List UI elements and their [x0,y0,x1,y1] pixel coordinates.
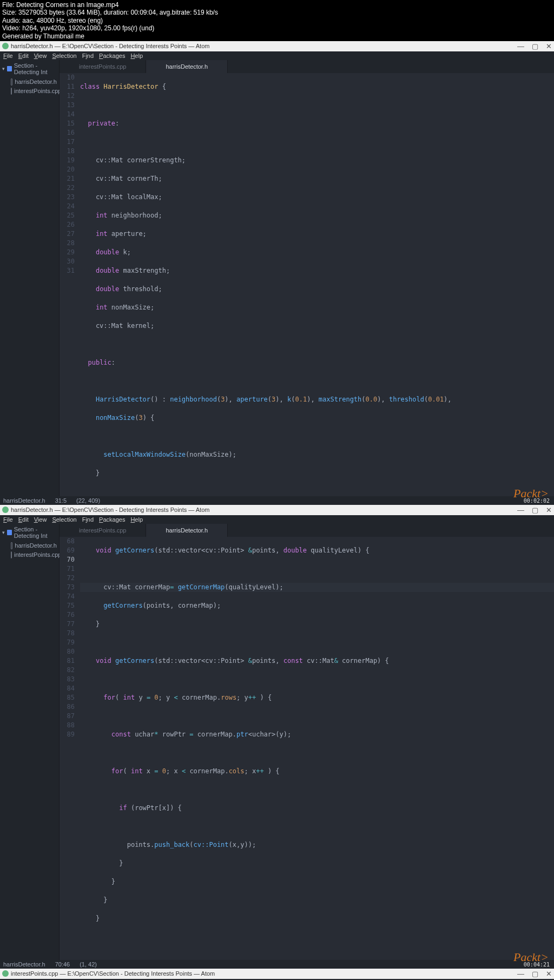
code-area[interactable]: void getCorners(std::vector<cv::Point> &… [80,537,554,960]
tree-file-harris[interactable]: harrisDetector.h [0,77,59,87]
chevron-down-icon: ▾ [2,530,5,535]
tree-file-harris[interactable]: harrisDetector.h [0,541,59,550]
tab-interest[interactable]: interestPoints.cpp [60,60,146,73]
status-cursor: 70:46 [55,961,70,968]
line-gutter: 6869707172737475767778798081828384858687… [60,537,80,960]
menu-bar: File Edit View Selection Find Packages H… [0,51,554,60]
status-selection: (1, 42) [80,961,97,968]
tab-interest[interactable]: interestPoints.cpp [60,524,146,537]
meta-file: File: Detecting Corners in an Image.mp4 [2,1,552,9]
tree-panel: ▾ Section - Detecting Int harrisDetector… [0,60,60,496]
chevron-down-icon: ▾ [2,66,5,71]
minimize-button[interactable]: — [517,970,524,978]
menu-find[interactable]: Find [82,516,94,523]
window-title: interestPoints.cpp — E:\OpenCV\Section -… [11,970,517,977]
folder-icon [7,530,12,535]
atom-app-icon [2,43,9,49]
menu-edit[interactable]: Edit [18,52,29,59]
maximize-button[interactable]: ▢ [532,42,538,50]
title-bar: interestPoints.cpp — E:\OpenCV\Section -… [0,969,554,979]
menu-packages[interactable]: Packages [99,516,125,523]
window-title: harrisDetector.h — E:\OpenCV\Section - D… [11,507,517,513]
tree-root[interactable]: ▾ Section - Detecting Int [0,524,59,541]
code-area[interactable]: class HarrisDetector { private: cv::Mat … [80,73,554,496]
atom-app-icon [2,507,9,513]
maximize-button[interactable]: ▢ [532,970,538,978]
meta-size: Size: 35279053 bytes (33.64 MiB), durati… [2,9,552,16]
file-icon [11,551,12,558]
status-filename: harrisDetector.h [3,497,45,504]
maximize-button[interactable]: ▢ [532,506,538,514]
close-button[interactable]: ✕ [546,506,552,514]
timestamp: 00:04:21 [524,962,550,968]
minimize-button[interactable]: — [517,506,524,514]
tab-bar: interestPoints.cpp harrisDetector.h [60,60,554,73]
editor-area[interactable]: 1011121314151617181920212223242526272829… [60,73,554,496]
timestamp: 00:02:02 [524,498,550,504]
menu-view[interactable]: View [34,516,47,523]
editor-area[interactable]: 6869707172737475767778798081828384858687… [60,537,554,960]
line-gutter: 1011121314151617181920212223242526272829… [60,73,80,496]
menu-help[interactable]: Help [130,52,143,59]
file-icon [11,542,12,549]
menu-help[interactable]: Help [130,516,143,523]
file-icon [11,88,12,95]
tree-root[interactable]: ▾ Section - Detecting Int [0,60,59,77]
title-bar: harrisDetector.h — E:\OpenCV\Section - D… [0,41,554,51]
atom-window-1: harrisDetector.h — E:\OpenCV\Section - D… [0,41,554,505]
meta-audio: Audio: aac, 48000 Hz, stereo (eng) [2,17,552,24]
menu-selection[interactable]: Selection [52,52,76,59]
tab-harris[interactable]: harrisDetector.h [146,524,228,537]
folder-icon [7,66,12,71]
menu-packages[interactable]: Packages [99,52,125,59]
status-selection: (22, 409) [76,497,100,504]
menu-edit[interactable]: Edit [18,516,29,523]
meta-video: Video: h264, yuv420p, 1920x1080, 25.00 f… [2,24,552,32]
tab-bar: interestPoints.cpp harrisDetector.h [60,524,554,537]
title-bar: harrisDetector.h — E:\OpenCV\Section - D… [0,505,554,515]
menu-file[interactable]: File [3,52,13,59]
menu-bar: File Edit View Selection Find Packages H… [0,515,554,524]
tree-file-interest[interactable]: interestPoints.cpp [0,550,59,560]
atom-window-2: harrisDetector.h — E:\OpenCV\Section - D… [0,505,554,969]
status-filename: harrisDetector.h [3,961,45,968]
menu-file[interactable]: File [3,516,13,523]
atom-window-3: interestPoints.cpp — E:\OpenCV\Section -… [0,969,554,980]
close-button[interactable]: ✕ [546,42,552,50]
status-bar: harrisDetector.h 70:46 (1, 42) [0,960,554,969]
tree-file-interest[interactable]: interestPoints.cpp [0,87,59,96]
menu-find[interactable]: Find [82,52,94,59]
menu-selection[interactable]: Selection [52,516,76,523]
tree-panel: ▾ Section - Detecting Int harrisDetector… [0,524,60,960]
tree-root-label: Section - Detecting Int [14,62,57,75]
tab-harris[interactable]: harrisDetector.h [146,60,228,73]
file-icon [11,78,12,85]
atom-app-icon [2,970,9,977]
close-button[interactable]: ✕ [546,970,552,978]
window-title: harrisDetector.h — E:\OpenCV\Section - D… [11,43,517,49]
video-metadata: File: Detecting Corners in an Image.mp4 … [0,0,554,41]
status-bar: harrisDetector.h 31:5 (22, 409) [0,496,554,505]
status-cursor: 31:5 [55,497,67,504]
meta-gen: Generated by Thumbnail me [2,32,552,40]
menu-view[interactable]: View [34,52,47,59]
minimize-button[interactable]: — [517,42,524,50]
